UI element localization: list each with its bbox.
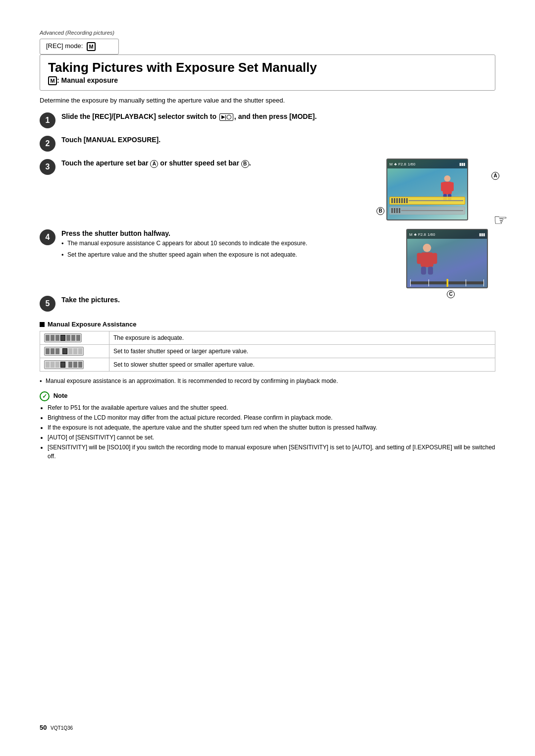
step-1-content: Slide the [REC]/[PLAYBACK] selector swit… (61, 112, 495, 122)
bar-tick-4 (399, 198, 400, 203)
page-footer: 50 VQT1Q36 (40, 724, 73, 731)
cam3-battery: ▮▮▮ (459, 162, 465, 166)
cam4-top-bar: M ♣ F2.8 1/60 ▮▮▮ (407, 230, 487, 239)
camera-screen-4: M ♣ F2.8 1/60 ▮▮▮ (406, 229, 488, 288)
exposure-meter (410, 281, 484, 284)
note-icon: ✓ (40, 391, 50, 401)
step-4-content: Press the shutter button halfway. • The … (61, 229, 391, 261)
label-b: B (241, 160, 249, 168)
step-5-inner: 5 Take the pictures. (40, 295, 495, 312)
image-label-c: C (447, 290, 455, 298)
page-caption: Advanced (Recording pictures) (40, 30, 495, 36)
note-item-2: Brightness of the LCD monitor may differ… (48, 413, 495, 422)
bar-tick-1 (391, 198, 393, 203)
camera-screen-3: M ♣ F2.8 1/60 ▮▮▮ (386, 159, 468, 220)
step-3-image-area: M ♣ F2.8 1/60 ▮▮▮ (386, 159, 495, 222)
note-item-1: Refer to P51 for the available aperture … (48, 403, 495, 412)
cam4-shutter-val: 1/60 (428, 232, 435, 237)
bullet-text-2: Set the aperture value and the shutter s… (67, 250, 297, 259)
sh-tick-1 (391, 208, 393, 213)
bar-tick-2 (394, 198, 395, 203)
page-code: VQT1Q36 (51, 725, 73, 731)
tick-25 (428, 279, 429, 286)
page-header-box: Taking Pictures with Exposure Set Manual… (40, 54, 495, 91)
cam4-battery: ▮▮▮ (479, 232, 485, 237)
step-1-row: 1 Slide the [REC]/[PLAYBACK] selector sw… (40, 112, 495, 128)
step-3-left: Touch the aperture set bar A or shutter … (61, 159, 372, 168)
note-item-4: [AUTO] of [SENSITIVITY] cannot be set. (48, 433, 495, 442)
m-mode-icon: M (48, 76, 57, 85)
exposure-indicator-dark (44, 347, 105, 356)
step-2-row: 2 Touch [MANUAL EXPOSURE]. (40, 135, 495, 152)
cam4-exposure-val: F2.8 (418, 232, 426, 237)
bar-tick-5 (401, 198, 403, 203)
exposure-track (410, 281, 484, 284)
cam3-shutter-val: 1/60 (408, 162, 416, 166)
note-item-3: If the exposure is not adequate, the ape… (48, 423, 495, 432)
step-4-number: 4 (40, 229, 55, 245)
label-a: A (150, 160, 158, 168)
svg-rect-7 (421, 253, 433, 268)
step-2-number: 2 (40, 136, 55, 152)
step-2-content: Touch [MANUAL EXPOSURE]. (61, 135, 495, 145)
svg-rect-11 (428, 267, 433, 275)
step-4-bullet-1: • The manual exposure assistance C appea… (61, 239, 391, 249)
step-3-container: 3 Touch the aperture set bar A or shutte… (40, 159, 495, 222)
mea-title: Manual Exposure Assistance (40, 321, 495, 328)
step-2-text: Touch [MANUAL EXPOSURE]. (61, 135, 495, 145)
intro-text: Determine the exposure by manually setti… (40, 97, 495, 104)
bar-tick-6 (404, 198, 405, 203)
step-3-number: 3 (40, 159, 55, 175)
svg-rect-2 (441, 182, 444, 191)
bar-tick-3 (396, 198, 398, 203)
mea-row-3: Set to slower shutter speed or smaller a… (40, 358, 495, 372)
step-5-row: 5 Take the pictures. (40, 295, 495, 312)
note-title: ✓ Note (40, 391, 495, 401)
bottom-bullet-1: • Manual exposure assistance is an appro… (40, 377, 495, 386)
rec-mode-bar: [REC] mode: M (40, 39, 119, 54)
exposure-indicator-adequate (44, 333, 105, 342)
touch-hand-icon: ☞ (493, 211, 508, 229)
tick-left (410, 279, 411, 286)
bottom-bullet-text: Manual exposure assistance is an approxi… (46, 377, 338, 385)
shutter-bar (389, 207, 465, 215)
step-5-content: Take the pictures. (61, 295, 495, 305)
bar-tick-7 (406, 198, 408, 203)
sh-tick-2 (394, 208, 395, 213)
step-4-container: 4 Press the shutter button halfway. • Th… (40, 229, 495, 288)
note-list: Refer to P51 for the available aperture … (48, 403, 495, 461)
step-4-text: Press the shutter button halfway. (61, 229, 391, 239)
page-title: Taking Pictures with Exposure Set Manual… (48, 60, 487, 75)
note-item-5: [SENSITIVITY] will be [ISO100] if you sw… (48, 443, 495, 461)
note-section: ✓ Note Refer to P51 for the available ap… (40, 391, 495, 461)
rec-mode-icon: M (87, 42, 96, 51)
step-4-image-area: M ♣ F2.8 1/60 ▮▮▮ (406, 229, 495, 288)
sh-tick-3 (396, 208, 398, 213)
bullet-dot-1: • (61, 239, 67, 249)
sh-bar-line (401, 210, 463, 211)
exposure-indicator-bright (44, 360, 105, 369)
mea-row-1: The exposure is adequate. (40, 331, 495, 345)
step-5-number: 5 (40, 296, 55, 312)
exposure-indicator-line (446, 279, 448, 287)
aperture-bar (389, 197, 465, 205)
cam4-scene-person (412, 243, 442, 275)
mea-row-2: Set to faster shutter speed or larger ap… (40, 345, 495, 358)
cam4-icon2: ♣ (414, 232, 417, 237)
step-4-bullet-2: • Set the aperture value and the shutter… (61, 250, 391, 260)
svg-rect-10 (421, 267, 426, 275)
bullet-text-1: The manual exposure assistance C appears… (67, 239, 307, 248)
tick-75 (466, 279, 466, 286)
mea-indicator-3 (40, 358, 109, 372)
mea-desc-1: The exposure is adequate. (109, 331, 495, 345)
bar-line (409, 200, 463, 201)
bullet-dot-2: • (61, 250, 67, 260)
selector-icon-rec: ▶◯ (219, 113, 233, 121)
svg-rect-9 (432, 253, 437, 264)
image-label-a: A (491, 171, 499, 179)
step-3-text: Touch the aperture set bar A or shutter … (61, 159, 372, 168)
svg-point-0 (444, 175, 451, 182)
tick-right (483, 279, 484, 286)
svg-point-6 (423, 244, 431, 252)
bottom-bullet-dot: • (40, 377, 46, 386)
